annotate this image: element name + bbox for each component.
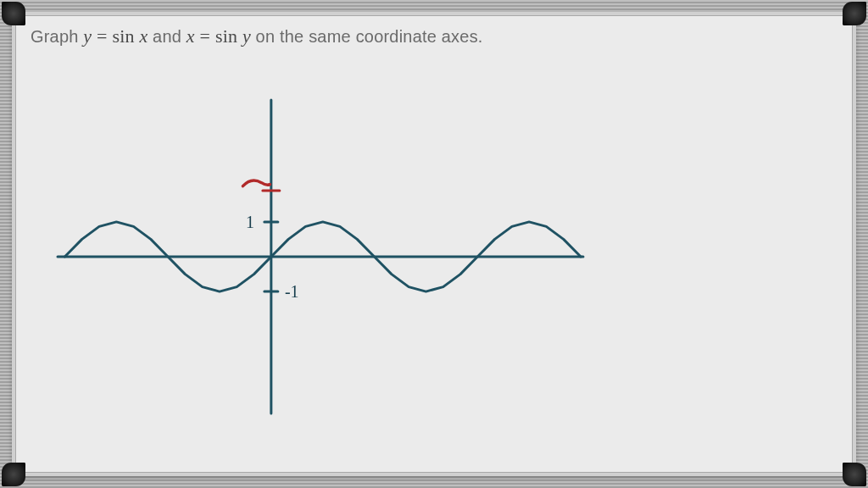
eq1-eqsign: = [97,25,112,47]
annotations-layer [243,180,280,191]
y-tick-label: 1 [246,213,254,231]
eq2-eqsign: = [200,25,215,47]
frame-corner-tl [2,2,25,25]
eq1-lhs: y [83,25,92,47]
frame-corner-bl [2,463,25,486]
eq1-fn: sin [112,25,139,47]
eq2-lhs: x [186,25,195,47]
text-suffix: on the same coordinate axes. [256,27,483,46]
eq2-arg: y [242,25,251,47]
y-tick-label: -1 [285,282,299,301]
text-prefix: Graph [31,27,83,46]
frame-corner-br [843,463,866,486]
frame-corner-tr [843,2,866,25]
axes-layer [58,100,583,413]
eq1-arg: x [139,25,147,47]
plot-svg: 1-1 [58,100,583,413]
window-frame: Graph y = sin x and x = sin y on the sam… [0,0,868,488]
text-mid: and [153,27,186,46]
eq2-fn: sin [215,25,242,47]
plot-area: 1-1 [58,100,583,413]
whiteboard: Graph y = sin x and x = sin y on the sam… [12,12,856,476]
problem-statement: Graph y = sin x and x = sin y on the sam… [31,25,483,47]
annotation-squiggle [243,180,270,186]
